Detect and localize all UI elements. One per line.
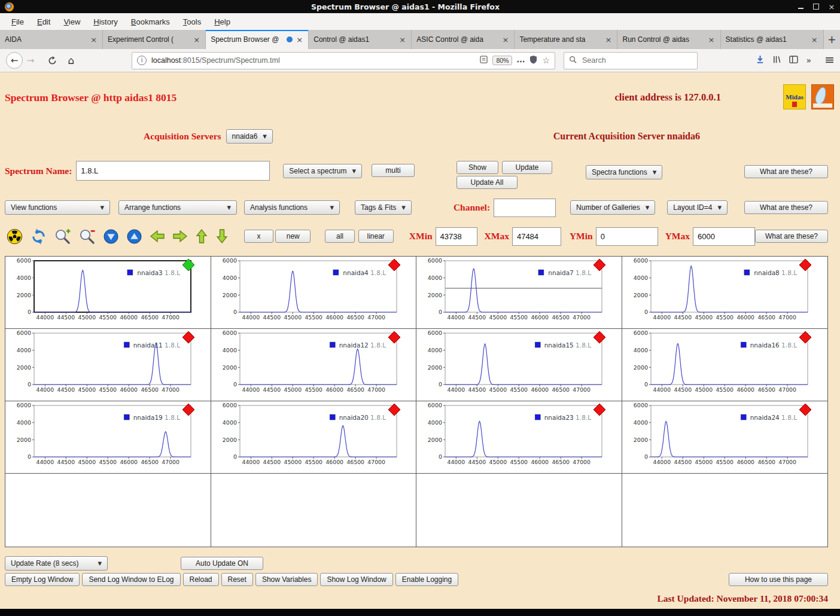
site-info-icon[interactable]: i xyxy=(137,56,147,65)
overflow-chevrons-icon[interactable]: » xyxy=(806,56,811,65)
radiation-icon[interactable] xyxy=(6,228,23,245)
spectrum-plot-nnaida16[interactable]: 0200040006000440004450045000455004600046… xyxy=(622,329,827,400)
analysis-functions-dropdown[interactable]: Analysis functions▼ xyxy=(244,200,340,215)
xmax-input[interactable] xyxy=(512,227,561,246)
maximize-button[interactable] xyxy=(812,2,820,11)
how-to-use-button[interactable]: How to use this page xyxy=(729,573,828,586)
move-down-icon[interactable] xyxy=(103,228,119,245)
library-icon[interactable] xyxy=(772,55,781,66)
tab-close-icon[interactable]: × xyxy=(90,35,98,44)
spectrum-cell-nnaida15[interactable]: 0200040006000440004450045000455004600046… xyxy=(416,329,622,401)
x-button[interactable]: x xyxy=(244,230,273,243)
spectrum-cell-nnaida7[interactable]: 0200040006000440004450045000455004600046… xyxy=(416,257,622,329)
what-are-these-button-1[interactable]: What are these? xyxy=(744,165,828,178)
tab-spectrum-browser[interactable]: Spectrum Browser @ × xyxy=(206,30,309,49)
ymin-input[interactable] xyxy=(596,227,658,246)
spectrum-plot-nnaida23[interactable]: 0200040006000440004450045000455004600046… xyxy=(416,401,622,472)
update-rate-dropdown[interactable]: Update Rate (8 secs)▼ xyxy=(5,556,108,571)
forward-button[interactable]: → xyxy=(23,53,38,68)
what-are-these-button-2[interactable]: What are these? xyxy=(744,201,828,214)
downloads-icon[interactable] xyxy=(756,55,765,66)
send-log-window-to-elog-button[interactable]: Send Log Window to ELog xyxy=(82,573,180,586)
spectrum-plot-nnaida15[interactable]: 0200040006000440004450045000455004600046… xyxy=(416,329,622,400)
minimize-button[interactable] xyxy=(797,2,804,11)
ymax-input[interactable] xyxy=(693,227,755,246)
menu-tools[interactable]: Tools xyxy=(176,15,208,29)
channel-input[interactable] xyxy=(494,199,556,217)
spectrum-plot-nnaida8[interactable]: 0200040006000440004450045000455004600046… xyxy=(622,257,827,327)
menu-help[interactable]: Help xyxy=(208,15,237,29)
spectrum-cell-nnaida4[interactable]: 0200040006000440004450045000455004600046… xyxy=(211,257,417,329)
page-actions-icon[interactable] xyxy=(517,56,525,65)
spectrum-cell-nnaida23[interactable]: 0200040006000440004450045000455004600046… xyxy=(416,401,622,474)
hamburger-menu-icon[interactable] xyxy=(825,55,834,66)
number-of-galleries-dropdown[interactable]: Number of Galleries▼ xyxy=(570,200,655,215)
arrow-down-icon[interactable] xyxy=(215,228,229,244)
menu-view[interactable]: View xyxy=(57,15,87,29)
show-log-window-button[interactable]: Show Log Window xyxy=(320,573,392,586)
tags-fits-dropdown[interactable]: Tags & Fits▼ xyxy=(355,200,412,215)
spectrum-cell-nnaida3[interactable]: 0200040006000440004450045000455004600046… xyxy=(5,257,211,329)
arrow-up-icon[interactable] xyxy=(195,228,208,244)
spectrum-plot-nnaida12[interactable]: 0200040006000440004450045000455004600046… xyxy=(211,329,416,400)
tab-close-icon[interactable]: × xyxy=(501,35,509,44)
spectrum-plot-nnaida20[interactable]: 0200040006000440004450045000455004600046… xyxy=(211,401,416,472)
tab-close-icon[interactable]: × xyxy=(811,35,818,44)
spectrum-plot-nnaida19[interactable]: 0200040006000440004450045000455004600046… xyxy=(5,401,211,472)
tab-close-icon[interactable]: × xyxy=(296,35,303,44)
new-button[interactable]: new xyxy=(275,230,311,243)
zoom-out-icon[interactable] xyxy=(78,228,96,245)
layout-id-dropdown[interactable]: Layout ID=4▼ xyxy=(667,200,728,215)
tcl-logo[interactable] xyxy=(811,84,834,109)
new-tab-button[interactable]: + xyxy=(824,30,840,49)
empty-log-window-button[interactable]: Empty Log Window xyxy=(5,573,80,586)
tab-temperature-and-sta[interactable]: Temperature and sta × xyxy=(515,30,617,49)
show-button[interactable]: Show xyxy=(456,161,498,174)
tab-close-icon[interactable]: × xyxy=(193,35,200,44)
midas-logo[interactable]: Midas xyxy=(783,84,806,109)
reload-button[interactable] xyxy=(44,53,60,68)
arrow-left-icon[interactable] xyxy=(150,229,165,243)
auto-update-button[interactable]: Auto Update ON xyxy=(181,557,263,570)
close-window-button[interactable]: × xyxy=(828,2,835,11)
update-button[interactable]: Update xyxy=(502,161,552,174)
spectrum-plot-nnaida4[interactable]: 0200040006000440004450045000455004600046… xyxy=(211,257,416,327)
arrow-right-icon[interactable] xyxy=(172,229,188,243)
move-up-icon[interactable] xyxy=(126,228,142,245)
show-variables-button[interactable]: Show Variables xyxy=(255,573,318,586)
linear-button[interactable]: linear xyxy=(358,230,394,243)
xmin-input[interactable] xyxy=(436,227,477,246)
spectrum-plot-nnaida7[interactable]: 0200040006000440004450045000455004600046… xyxy=(416,257,622,327)
spectrum-cell-nnaida19[interactable]: 0200040006000440004450045000455004600046… xyxy=(5,401,211,474)
acquisition-server-select[interactable]: nnaida6▼ xyxy=(226,129,273,144)
url-bar[interactable]: i localhost:8015/Spectrum/Spectrum.tml 8… xyxy=(132,52,555,69)
view-functions-dropdown[interactable]: View functions▼ xyxy=(5,200,110,215)
tab-close-icon[interactable]: × xyxy=(604,35,612,44)
refresh-icon[interactable] xyxy=(31,228,47,245)
multi-button[interactable]: multi xyxy=(372,164,415,177)
tab-control-aidas1[interactable]: Control @ aidas1 × xyxy=(309,30,412,49)
tab-run-control-aidas[interactable]: Run Control @ aidas × xyxy=(617,30,720,49)
arrange-functions-dropdown[interactable]: Arrange functions▼ xyxy=(118,200,237,215)
tab-aida[interactable]: AIDA × xyxy=(0,30,103,49)
back-button[interactable]: ← xyxy=(6,52,23,69)
reload-button[interactable]: Reload xyxy=(183,573,219,586)
zoom-in-icon[interactable] xyxy=(54,228,71,245)
spectrum-cell-nnaida12[interactable]: 0200040006000440004450045000455004600046… xyxy=(211,329,417,401)
search-bar[interactable] xyxy=(564,52,698,69)
spectra-functions-dropdown[interactable]: Spectra functions▼ xyxy=(586,165,662,179)
zoom-level-badge[interactable]: 80% xyxy=(492,56,512,65)
sidebar-toggle-icon[interactable] xyxy=(789,55,798,66)
spectrum-cell-nnaida11[interactable]: 0200040006000440004450045000455004600046… xyxy=(5,329,211,401)
tab-experiment-control[interactable]: Experiment Control ( × xyxy=(103,30,206,49)
search-input[interactable] xyxy=(581,56,692,65)
reader-mode-icon[interactable] xyxy=(480,56,488,65)
spectrum-plot-nnaida24[interactable]: 0200040006000440004450045000455004600046… xyxy=(622,401,827,472)
tab-statistics-aidas1[interactable]: Statistics @ aidas1 × xyxy=(721,30,824,49)
menu-bookmarks[interactable]: Bookmarks xyxy=(124,15,176,29)
spectrum-name-input[interactable] xyxy=(76,161,270,181)
menu-file[interactable]: File xyxy=(5,15,31,29)
all-button[interactable]: all xyxy=(325,230,354,243)
menu-edit[interactable]: Edit xyxy=(31,15,57,29)
reset-button[interactable]: Reset xyxy=(221,573,253,586)
